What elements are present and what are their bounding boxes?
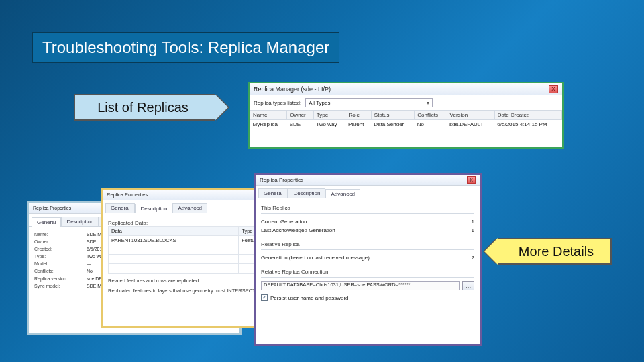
replica-table: Name Owner Type Role Status Conflicts Ve…	[250, 110, 562, 129]
tab-description[interactable]: Description	[135, 204, 172, 213]
col-owner[interactable]: Owner	[287, 111, 314, 120]
chevron-right-icon	[215, 94, 228, 121]
callout-more-details: More Details	[484, 238, 612, 265]
slide-title: Troubleshooting Tools: Replica Manager	[32, 32, 339, 63]
callout-details-label: More Details	[498, 238, 612, 265]
col-status[interactable]: Status	[371, 111, 414, 120]
callout-list-of-replicas: List of Replicas	[74, 94, 228, 121]
tab-general[interactable]: General	[32, 217, 61, 227]
persist-credentials-checkbox[interactable]: ✓	[261, 294, 268, 301]
replica-types-select[interactable]: All Types	[305, 98, 433, 107]
table-row[interactable]: MyReplica SDE Two way Parent Data Sender…	[250, 120, 562, 129]
col-name[interactable]: Name	[250, 111, 287, 120]
tab-description[interactable]: Description	[61, 217, 99, 226]
current-generation-value: 1	[472, 219, 474, 225]
tab-general[interactable]: General	[105, 203, 135, 213]
col-role[interactable]: Role	[345, 111, 371, 120]
tab-advanced[interactable]: Advanced	[325, 189, 360, 198]
replica-properties-advanced-window: Replica Properties X General Description…	[254, 173, 482, 346]
col-type[interactable]: Type	[313, 111, 345, 120]
window-title: Replica Properties	[107, 192, 148, 198]
connection-string-input[interactable]: DEFAULT;DATABASE=Chris1031;USER=sde;PASS…	[261, 281, 460, 290]
persist-credentials-label: Persist user name and password	[270, 295, 349, 301]
tab-description[interactable]: Description	[288, 188, 325, 198]
relative-replica-label: Relative Replica	[261, 241, 474, 247]
window-title: Replica Properties	[33, 206, 71, 210]
window-title: Replica Properties	[260, 177, 303, 183]
col-version[interactable]: Version	[447, 111, 494, 120]
col-conflicts[interactable]: Conflicts	[415, 111, 447, 120]
chevron-left-icon	[484, 238, 498, 265]
replica-manager-title: Replica Manager (sde - LI/P)	[254, 86, 331, 93]
last-ack-generation-value: 1	[472, 227, 474, 233]
relative-generation-value: 2	[472, 255, 474, 261]
tab-advanced[interactable]: Advanced	[172, 203, 207, 213]
replica-manager-window: Replica Manager (sde - LI/P) X Replica t…	[248, 82, 564, 149]
browse-connection-button[interactable]: …	[462, 281, 474, 290]
callout-list-label: List of Replicas	[74, 94, 215, 121]
this-replica-label: This Replica	[261, 205, 474, 211]
close-button[interactable]: X	[549, 85, 558, 93]
tab-general[interactable]: General	[258, 188, 288, 198]
close-button[interactable]: X	[467, 176, 476, 184]
replica-types-label: Replica types listed:	[254, 100, 301, 106]
col-date[interactable]: Date Created	[494, 111, 561, 120]
relative-connection-label: Relative Replica Connection	[261, 269, 474, 275]
